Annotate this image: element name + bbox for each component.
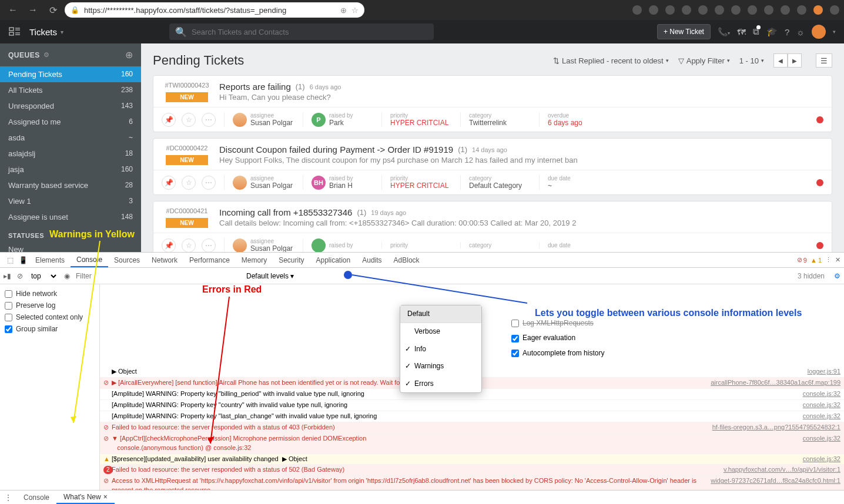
ext-icon[interactable] [682, 5, 691, 15]
star-icon[interactable]: ☆ [182, 176, 196, 190]
level-verbose[interactable]: Verbose [400, 323, 481, 340]
queue-item[interactable]: Assignee is unset148 [0, 209, 141, 225]
log-line[interactable]: ⊘Access to XMLHttpRequest at 'https://v.… [100, 476, 844, 490]
more-icon[interactable]: ⋮ [825, 256, 832, 264]
devtools-tab[interactable]: Elements [29, 253, 71, 267]
star-icon[interactable]: ☆ [182, 113, 196, 127]
devtools-tab[interactable]: Sources [108, 253, 146, 267]
ticket-card[interactable]: #DC00000421NEW Incoming call from +18553… [153, 201, 832, 258]
warning-count[interactable]: ▲1 [810, 257, 822, 264]
log-line[interactable]: [Amplitude] WARNING: Property key "last_… [100, 411, 844, 422]
preserve-log-checkbox[interactable]: Preserve log [5, 300, 95, 311]
log-line[interactable]: 2Failed to load resource: the server res… [100, 465, 844, 476]
devtools-tab[interactable]: AdBlock [388, 253, 426, 267]
pin-icon[interactable]: 📌 [162, 113, 176, 127]
log-source-link[interactable]: console.js:32 [797, 389, 840, 399]
more-icon[interactable]: ⋯ [202, 176, 216, 190]
back-button[interactable]: ← [5, 2, 21, 18]
queue-item[interactable]: All Tickets238 [0, 82, 141, 98]
drawer-whatsnew-tab[interactable]: What's New × [56, 490, 115, 504]
ext-icon[interactable] [632, 5, 642, 15]
close-devtools-icon[interactable]: ✕ [835, 256, 840, 264]
device-icon[interactable]: 📱 [16, 256, 29, 264]
next-page-button[interactable]: ▶ [788, 53, 802, 68]
reload-button[interactable]: ⟳ [45, 2, 61, 18]
ticket-title[interactable]: Discount Coupon failed during Payment ->… [219, 145, 823, 154]
devtools-tab[interactable]: Application [310, 253, 357, 267]
queue-item[interactable]: Assigned to me6 [0, 114, 141, 130]
devtools-tab[interactable]: Audits [356, 253, 387, 267]
search-box[interactable]: 🔍 [169, 23, 434, 40]
devtools-tab[interactable]: Network [146, 253, 183, 267]
queue-item[interactable]: asda~ [0, 130, 141, 146]
log-source-link[interactable]: console.js:32 [797, 455, 840, 464]
new-ticket-button[interactable]: + New Ticket [657, 24, 711, 39]
section-title[interactable]: Tickets [29, 27, 57, 37]
log-source-link[interactable]: widget-97237c2671afd…f8ca24a8cfc0.html:1 [705, 476, 840, 490]
console-output[interactable]: Default Verbose Info Warnings Errors Log… [100, 284, 844, 490]
ticket-title[interactable]: Incoming call from +18553327346 (1) 19 d… [219, 207, 823, 217]
devtools-tab[interactable]: Security [273, 253, 310, 267]
ticket-title[interactable]: Reports are failing (1) 6 days ago [219, 82, 823, 92]
live-expression-icon[interactable]: ◉ [64, 272, 70, 280]
url-bar[interactable]: 🔒 https://*********.happyfox.com/staff/t… [65, 2, 364, 18]
log-source-link[interactable]: logger.js:91 [802, 367, 840, 377]
graduation-icon[interactable]: 🎓 [766, 26, 778, 37]
sidebar-toggle-icon[interactable]: ▸▮ [4, 272, 11, 280]
more-icon[interactable]: ⋯ [202, 113, 216, 127]
ext-icon[interactable] [698, 5, 708, 15]
queue-item[interactable]: Unresponded143 [0, 98, 141, 114]
log-source-link[interactable]: aircallPhone-7f80c6f…38340a1ac6f.map:199 [705, 378, 840, 388]
ticket-card[interactable]: #TWI00000423NEW Reports are failing (1) … [153, 75, 832, 132]
log-xhr-checkbox[interactable]: Log XMLHttpRequests [511, 316, 604, 331]
list-view-toggle[interactable]: ☰ [816, 53, 832, 68]
log-source-link[interactable]: console.js:32 [797, 412, 840, 421]
drawer-console-tab[interactable]: Console [16, 490, 56, 504]
group-similar-checkbox[interactable]: Group similar [5, 323, 95, 335]
search-in-page-icon[interactable]: ⊕ [340, 6, 347, 15]
gear-icon[interactable]: ⚙ [43, 51, 49, 59]
levels-dropdown[interactable]: Default levels ▾ [246, 272, 294, 280]
eager-eval-checkbox[interactable]: Eager evaluation [511, 331, 604, 345]
devtools-tab[interactable]: Memory [236, 253, 273, 267]
ext-icon[interactable] [715, 5, 724, 15]
ticket-card[interactable]: #DC00000422NEW Discount Coupon failed du… [153, 138, 832, 195]
search-input[interactable] [192, 28, 428, 36]
clear-console-icon[interactable]: ⊘ [17, 272, 23, 280]
devtools-tab[interactable]: Console [71, 253, 108, 267]
ext-icon[interactable] [649, 5, 658, 15]
avatar[interactable] [812, 25, 826, 39]
forward-button[interactable]: → [25, 2, 41, 18]
hide-network-checkbox[interactable]: Hide network [5, 288, 95, 300]
log-source-link[interactable]: hf-files-oregon.s3.a…png?1554795524832:1 [706, 423, 840, 432]
star-icon[interactable]: ☆ [182, 238, 196, 253]
error-count[interactable]: ⊘9 [797, 256, 807, 264]
queue-item[interactable]: View 13 [0, 193, 141, 209]
ext-icon[interactable] [813, 5, 823, 15]
context-select[interactable]: top [29, 271, 58, 281]
app-logo[interactable] [0, 27, 29, 36]
inspect-icon[interactable]: ⬚ [4, 256, 16, 264]
more-icon[interactable]: ⋯ [202, 238, 216, 253]
level-errors[interactable]: Errors [400, 375, 481, 392]
copy-icon[interactable]: ⧉ [753, 26, 759, 37]
ext-icon[interactable] [748, 5, 757, 15]
level-info[interactable]: Info [400, 341, 481, 358]
chevron-down-icon[interactable]: ▾ [61, 29, 63, 35]
chevron-down-icon[interactable]: ▾ [833, 29, 836, 35]
level-warnings[interactable]: Warnings [400, 358, 481, 375]
filter-input[interactable] [76, 272, 193, 280]
add-queue-icon[interactable]: ⊕ [125, 49, 133, 61]
settings-icon[interactable]: ⚙ [834, 272, 840, 280]
help-icon[interactable]: ? [785, 27, 789, 37]
ext-icon[interactable] [797, 5, 806, 15]
ext-icon[interactable] [731, 5, 741, 15]
hidden-count[interactable]: 3 hidden [798, 272, 825, 280]
autocomplete-checkbox[interactable]: Autocomplete from history [511, 346, 604, 361]
phone-icon[interactable]: 📞▾ [718, 27, 730, 36]
gear-icon[interactable]: ☼ [796, 27, 805, 37]
ext-icon[interactable] [781, 5, 790, 15]
log-source-link[interactable]: v.happyfoxchat.com/v…fo/api/v1/visitor:1 [718, 465, 840, 475]
star-icon[interactable]: ☆ [351, 6, 359, 15]
pin-icon[interactable]: 📌 [162, 176, 176, 190]
